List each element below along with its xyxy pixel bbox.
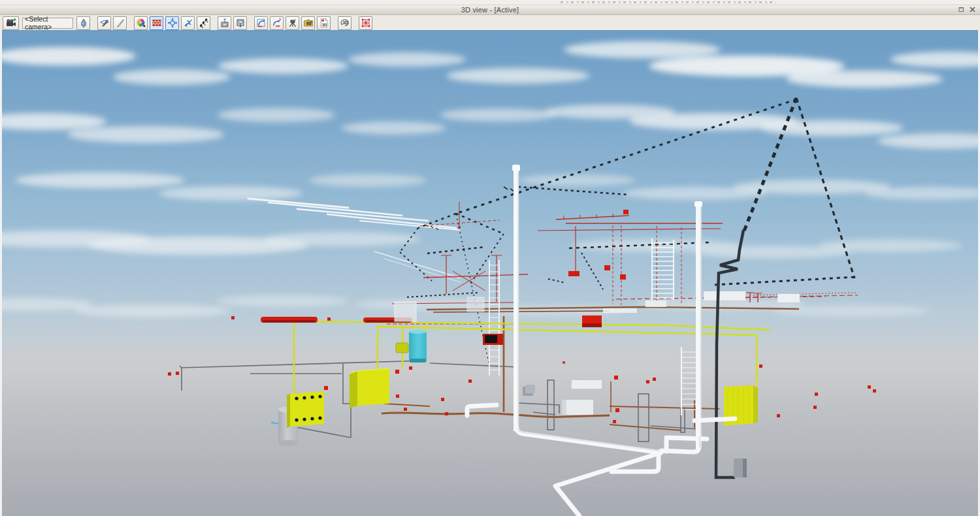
orbit-crosshair-icon	[167, 18, 178, 28]
pin-drop-icon	[79, 18, 88, 28]
camera-position-button[interactable]	[76, 16, 90, 30]
title-bar: 3D view - [Active]	[0, 5, 980, 15]
viewport-3d[interactable]	[0, 30, 980, 516]
svg-text:3D: 3D	[342, 20, 348, 25]
rotate-3d-button[interactable]: 3D	[338, 16, 351, 30]
pencil-icon	[115, 18, 125, 28]
footsteps-icon	[199, 18, 209, 28]
box-arrow-up-icon	[220, 18, 230, 28]
window-title: 3D view - [Active]	[461, 5, 519, 14]
cooling-tank-cyan	[409, 330, 427, 363]
junction-box-yellow	[396, 343, 408, 353]
color-wheel-icon	[136, 18, 146, 28]
camera-view-button[interactable]	[286, 16, 299, 30]
close-icon	[970, 7, 975, 12]
dark-floor-box	[734, 456, 747, 477]
sky-and-ground	[2, 30, 978, 516]
app-window: 3D view - [Active]	[0, 0, 980, 516]
snapshot-button[interactable]	[301, 16, 315, 30]
fly-mode-button[interactable]	[181, 16, 195, 30]
electrical-cabinet-yellow	[350, 368, 389, 408]
red-grid-icon	[361, 18, 371, 28]
transfer-view-2-button[interactable]: 2	[270, 16, 284, 30]
scene-3d	[2, 30, 978, 516]
parent-window-strip	[0, 0, 980, 5]
transfer-view-button[interactable]	[254, 16, 268, 30]
crop-model-button[interactable]	[359, 16, 372, 30]
walk-mode-button[interactable]	[197, 16, 210, 30]
bent-arrow-icon	[256, 18, 267, 28]
pencil-cube-icon	[99, 18, 110, 28]
recall-view-button[interactable]	[233, 16, 247, 30]
close-button[interactable]	[969, 6, 976, 13]
distribution-board-yellow	[287, 391, 324, 428]
svg-text:3D: 3D	[322, 23, 327, 27]
export-3d-button[interactable]: 3D	[317, 16, 331, 30]
document-3d-icon: 3D	[319, 18, 329, 28]
airplane-icon	[183, 18, 193, 28]
edit-view-button[interactable]	[97, 16, 111, 30]
select-camera-combo[interactable]: <Select camera>	[22, 18, 73, 29]
brick-wall-icon	[152, 18, 162, 28]
viewport-toolbar: <Select camera>	[0, 15, 980, 31]
store-view-button[interactable]	[218, 16, 231, 30]
add-camera-button[interactable]	[3, 16, 19, 30]
restore-button[interactable]	[958, 6, 965, 13]
bent-arrow-2-icon: 2	[272, 18, 282, 28]
select-camera-value: <Select camera>	[25, 15, 71, 31]
restore-icon	[958, 7, 964, 12]
tripod-camera-icon	[287, 18, 298, 28]
clipped-parent-text	[561, 1, 776, 3]
orbit-mode-button[interactable]	[165, 16, 179, 30]
box-arrow-down-icon	[235, 18, 246, 28]
sketch-button[interactable]	[113, 16, 127, 30]
rotate-3d-icon: 3D	[340, 18, 350, 28]
movie-camera-plus-icon	[5, 18, 17, 28]
control-panel-red-black	[483, 334, 503, 345]
color-settings-button[interactable]	[134, 16, 148, 30]
folder-camera-icon	[303, 18, 314, 28]
wall-display-button[interactable]	[150, 16, 163, 30]
svg-text:2: 2	[279, 18, 281, 22]
